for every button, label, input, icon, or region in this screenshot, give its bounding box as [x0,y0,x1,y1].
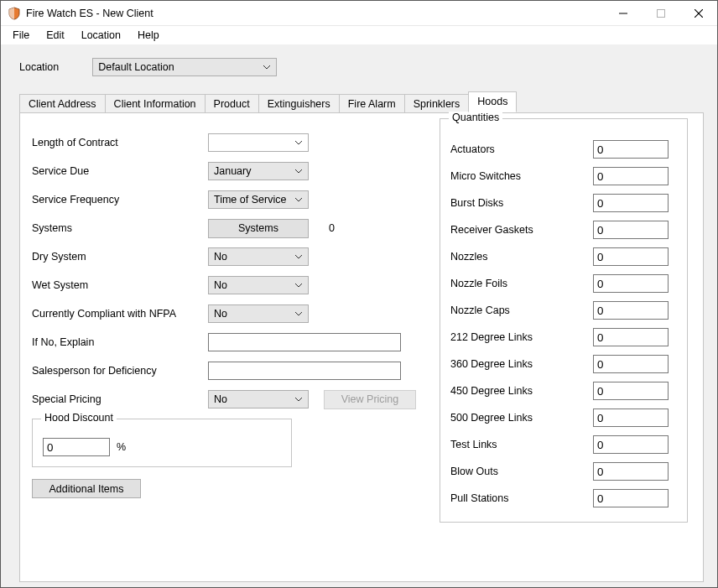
menu-file[interactable]: File [6,28,36,43]
menu-bar: File Edit Location Help [1,26,717,44]
compliant-label: Currently Compliant with NFPA [32,308,208,320]
quantity-row: Test Links [450,431,677,458]
tab-extinguishers[interactable]: Extinguishers [258,94,340,113]
tab-product[interactable]: Product [205,94,259,113]
quantity-input[interactable] [593,355,669,373]
quantity-label: 450 Degree Links [450,385,593,397]
hood-discount-legend: Hood Discount [41,412,117,424]
quantities-group: Quantities ActuatorsMicro SwitchesBurst … [440,118,688,523]
window-title: Fire Watch ES - New Client [26,8,153,19]
service-due-value: January [214,165,251,177]
window-close-button[interactable] [679,1,717,26]
quantity-input[interactable] [593,221,669,239]
special-pricing-value: No [214,393,227,405]
additional-items-button[interactable]: Additional Items [32,479,141,498]
tab-hoods[interactable]: Hoods [468,91,517,112]
view-pricing-button: View Pricing [324,390,416,409]
quantity-label: Test Links [450,439,593,450]
quantity-row: Receiver Gaskets [450,216,677,243]
service-frequency-label: Service Frequency [32,194,208,206]
special-pricing-label: Special Pricing [32,393,208,405]
special-pricing-select[interactable]: No [208,390,309,408]
dry-system-label: Dry System [32,251,208,263]
chevron-down-icon [261,64,273,70]
quantity-input[interactable] [593,328,669,346]
chevron-down-icon [293,196,304,203]
quantity-row: 450 Degree Links [450,377,677,404]
quantity-label: Actuators [450,143,593,155]
quantity-input[interactable] [593,274,669,293]
tab-strip: Client Address Client Information Produc… [19,91,704,112]
hood-discount-pct: % [117,441,126,453]
compliant-select[interactable]: No [208,304,309,323]
compliant-value: No [214,308,227,320]
tab-client-information[interactable]: Client Information [105,94,206,113]
quantity-row: Nozzle Foils [450,270,677,297]
title-bar: Fire Watch ES - New Client [1,1,717,26]
location-select[interactable]: Default Location [92,58,277,76]
quantity-input[interactable] [593,462,669,481]
quantity-row: Micro Switches [450,163,677,190]
dry-system-select[interactable]: No [208,247,309,266]
dry-system-value: No [214,251,227,263]
window-maximize-button [642,1,679,26]
quantity-label: 500 Degree Links [450,412,593,424]
length-of-contract-select[interactable] [208,133,309,152]
quantity-row: Blow Outs [450,458,677,485]
service-due-label: Service Due [32,165,208,177]
location-label: Location [19,61,59,73]
chevron-down-icon [293,168,304,174]
chevron-down-icon [293,253,304,260]
if-no-explain-label: If No, Explain [32,336,208,348]
tab-body-hoods: Length of Contract Service Due January S… [19,112,704,582]
app-shield-icon [8,7,21,20]
window-minimize-button[interactable] [604,1,642,26]
quantity-row: Pull Stations [450,485,677,512]
quantity-label: Nozzle Foils [450,278,593,289]
svg-rect-1 [657,9,664,17]
chevron-down-icon [293,282,304,289]
tab-client-address[interactable]: Client Address [19,94,106,113]
quantities-legend: Quantities [449,112,502,123]
quantity-label: Burst Disks [450,197,593,209]
quantity-input[interactable] [593,408,669,427]
quantity-input[interactable] [593,301,669,320]
wet-system-value: No [214,279,227,291]
quantity-input[interactable] [593,140,669,159]
if-no-explain-input[interactable] [208,333,401,351]
quantity-row: Nozzles [450,243,677,270]
quantity-label: Nozzle Caps [450,304,593,316]
systems-button[interactable]: Systems [208,219,309,238]
quantity-input[interactable] [593,489,669,507]
systems-count: 0 [329,222,335,234]
quantities-column: Quantities ActuatorsMicro SwitchesBurst … [440,113,703,581]
menu-help[interactable]: Help [131,28,166,43]
quantity-row: 500 Degree Links [450,404,677,431]
additional-items-label: Additional Items [49,483,124,495]
hood-discount-input[interactable] [43,438,110,456]
quantity-input[interactable] [593,435,669,454]
wet-system-select[interactable]: No [208,276,309,294]
menu-edit[interactable]: Edit [39,28,71,43]
content-area: Location Default Location Client Address… [1,44,717,587]
chevron-down-icon [293,139,304,146]
quantity-input[interactable] [593,382,669,400]
service-due-select[interactable]: January [208,162,309,180]
view-pricing-label: View Pricing [341,393,399,405]
wet-system-label: Wet System [32,279,208,291]
service-frequency-select[interactable]: Time of Service [208,190,309,209]
tab-sprinklers[interactable]: Sprinklers [404,94,470,113]
quantity-input[interactable] [593,194,669,212]
quantity-label: Micro Switches [450,170,593,182]
systems-button-label: Systems [238,222,278,234]
salesperson-input[interactable] [208,362,401,380]
quantity-input[interactable] [593,167,669,185]
menu-location[interactable]: Location [75,28,127,43]
quantity-input[interactable] [593,247,669,266]
quantity-label: Nozzles [450,251,593,263]
quantity-row: Actuators [450,136,677,163]
quantity-row: 360 Degree Links [450,351,677,377]
quantity-row: 212 Degree Links [450,324,677,351]
tab-fire-alarm[interactable]: Fire Alarm [339,94,405,113]
quantity-label: Pull Stations [450,492,593,504]
